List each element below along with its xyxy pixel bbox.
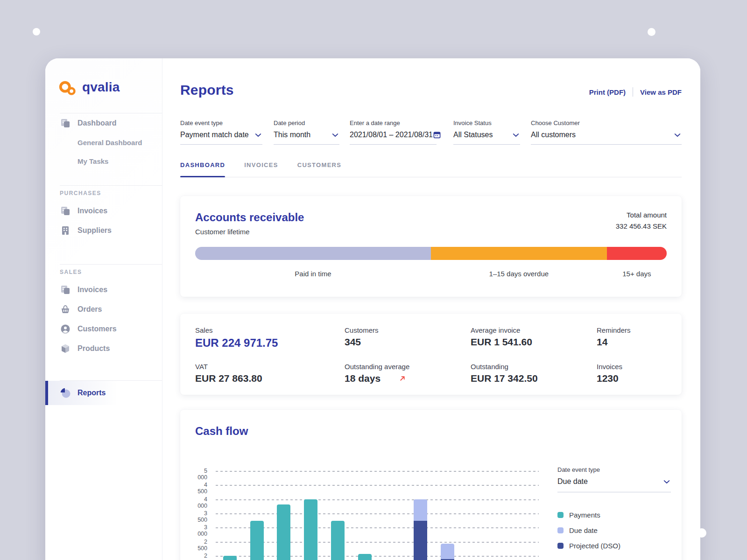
- filter-value-row: All Statuses: [453, 130, 520, 140]
- tab-invoices[interactable]: INVOICES: [244, 161, 278, 177]
- sidebar-item-invoices[interactable]: Invoices: [45, 201, 162, 221]
- filter-value-row: 2021/08/01 – 2021/08/31: [350, 130, 437, 140]
- filter-date-event-type[interactable]: Date event typePayment match date: [180, 119, 262, 145]
- sidebar-item-label: Invoices: [78, 286, 107, 294]
- metric-outstanding-average: Outstanding average18 days: [345, 363, 471, 384]
- bar-segment: [358, 554, 372, 560]
- background-dot: [697, 528, 706, 538]
- view-as-pdf-link[interactable]: View as PDF: [640, 88, 682, 96]
- metric-value: 345: [345, 336, 361, 348]
- sidebar-nav: DashboardGeneral DashboardMy TasksPURCHA…: [45, 107, 162, 405]
- bar-segment: [277, 504, 290, 560]
- filter-value-row: Payment match date: [180, 130, 262, 140]
- gridline: [216, 542, 539, 543]
- gridline: [216, 499, 539, 500]
- metric-value: EUR 17 342.50: [471, 373, 538, 384]
- sidebar-item-label: Products: [78, 344, 110, 353]
- sidebar-item-invoices[interactable]: Invoices: [45, 280, 162, 300]
- metric-value-row: EUR 27 863.80: [195, 373, 345, 384]
- filter-value: 2021/08/01 – 2021/08/31: [350, 131, 433, 139]
- filter-value: All Statuses: [453, 131, 493, 139]
- metric-label: VAT: [195, 363, 345, 371]
- metric-invoices: Invoices1230: [597, 363, 667, 384]
- metric-outstanding: OutstandingEUR 17 342.50: [471, 363, 597, 384]
- y-axis-tick-label: 5 000: [195, 468, 207, 481]
- legend-item: Due date: [557, 525, 671, 535]
- bar-segment: [414, 499, 427, 521]
- chart-date-event-type-select[interactable]: Date event type Due date: [557, 466, 671, 492]
- documents-icon: [60, 205, 71, 217]
- sidebar-item-label: Suppliers: [78, 226, 112, 235]
- print-pdf-link[interactable]: Print (PDF): [589, 88, 626, 96]
- ar-bar-segment: [607, 247, 667, 260]
- sidebar-item-dashboard[interactable]: Dashboard: [45, 113, 162, 133]
- qvalia-logo[interactable]: qvalia: [58, 79, 162, 97]
- sidebar-section-title: PURCHASES: [45, 190, 162, 196]
- sidebar-item-customers[interactable]: Customers: [45, 319, 162, 339]
- filter-date-period[interactable]: Date periodThis month: [274, 119, 339, 145]
- documents-icon: [60, 284, 71, 295]
- sidebar-item-my-tasks[interactable]: My Tasks: [45, 152, 162, 170]
- sidebar-item-products[interactable]: Products: [45, 339, 162, 358]
- bar-segment: [223, 556, 237, 560]
- sidebar-section: Reports: [45, 371, 162, 405]
- y-axis-tick-label: 3 000: [195, 524, 207, 537]
- sidebar-item-label: Reports: [78, 389, 106, 397]
- accounts-receivable-subtitle: Customer lifetime: [195, 228, 304, 236]
- legend-item: Projected (DSO): [557, 540, 671, 551]
- bar-segment: [304, 499, 317, 560]
- gridline: [216, 471, 539, 472]
- gridline: [216, 513, 539, 514]
- metric-label: Reminders: [597, 326, 667, 334]
- filter-label: Date period: [274, 119, 339, 126]
- filter-label: Date event type: [180, 119, 262, 126]
- app-window: qvalia DashboardGeneral DashboardMy Task…: [45, 58, 700, 560]
- metric-label: Outstanding: [471, 363, 597, 371]
- metric-value-row: 345: [345, 336, 471, 348]
- tab-dashboard[interactable]: DASHBOARD: [180, 161, 225, 177]
- sidebar-item-reports[interactable]: Reports: [45, 381, 162, 405]
- gridline: [216, 485, 539, 486]
- chevron-down-icon: [662, 477, 671, 486]
- sidebar-section-title: SALES: [45, 269, 162, 275]
- metric-value-row: EUR 1 541.60: [471, 336, 597, 348]
- sidebar-item-general-dashboard[interactable]: General Dashboard: [45, 133, 162, 152]
- metric-sales: SalesEUR 224 971.75: [195, 326, 345, 350]
- filter-label: Choose Customer: [531, 119, 682, 126]
- accounts-receivable-card: Accounts receivable Customer lifetime To…: [180, 196, 682, 297]
- documents-icon: [60, 118, 71, 129]
- desktop-background: { "brand": { "name": "qvalia" }, "sideba…: [0, 0, 747, 560]
- sidebar-item-label: My Tasks: [78, 157, 108, 165]
- arrow-up-right-icon: [398, 374, 407, 383]
- sidebar-item-suppliers[interactable]: Suppliers: [45, 221, 162, 240]
- metric-value: EUR 27 863.80: [195, 373, 262, 384]
- aging-progress-bar: [195, 247, 667, 260]
- sidebar: qvalia DashboardGeneral DashboardMy Task…: [45, 58, 162, 560]
- metric-label: Outstanding average: [345, 363, 471, 371]
- chevron-down-icon: [254, 131, 262, 139]
- tab-customers[interactable]: CUSTOMERS: [297, 161, 342, 177]
- y-axis-tick-label: 4 000: [195, 496, 207, 509]
- sidebar-section: PURCHASESInvoicesSuppliers: [45, 179, 162, 256]
- cashflow-title: Cash flow: [195, 425, 667, 438]
- ar-bar-segment: [431, 247, 607, 260]
- select-value: Due date: [557, 477, 588, 486]
- bar-segment: [250, 521, 264, 560]
- filter-enter-a-date-range[interactable]: Enter a date range2021/08/01 – 2021/08/3…: [350, 119, 437, 145]
- metric-value: 18 days: [345, 373, 381, 384]
- sidebar-item-label: Orders: [78, 305, 102, 314]
- filter-invoice-status[interactable]: Invoice StatusAll Statuses: [453, 119, 520, 145]
- background-dot: [648, 28, 655, 36]
- ar-bar-segment: [195, 247, 431, 260]
- legend-label: Projected (DSO): [569, 542, 620, 550]
- filter-choose-customer[interactable]: Choose CustomerAll customers: [531, 119, 682, 145]
- ar-segment-label: 15+ days: [607, 270, 667, 278]
- chart-legend: PaymentsDue dateProjected (DSO): [557, 510, 671, 556]
- page-title: Reports: [180, 82, 234, 98]
- chevron-down-icon: [331, 131, 339, 139]
- legend-swatch: [557, 512, 564, 518]
- sidebar-section: DashboardGeneral DashboardMy Tasks: [45, 107, 162, 179]
- sidebar-item-orders[interactable]: Orders: [45, 300, 162, 319]
- gridline: [216, 556, 539, 557]
- sidebar-section: SALESInvoicesOrdersCustomersProducts: [45, 256, 162, 371]
